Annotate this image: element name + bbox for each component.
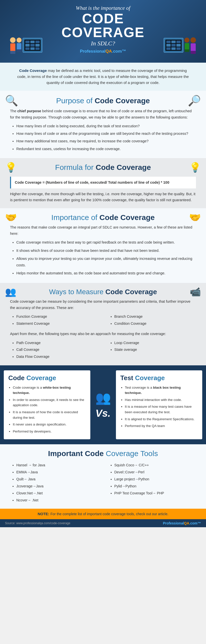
footer-section: Source: www.professionalqa.com/code-cove… bbox=[0, 519, 206, 527]
purpose-bullet-3: How many additional test cases, may be r… bbox=[16, 138, 196, 144]
cc-bullet-5: Performed by developers. bbox=[13, 429, 86, 434]
note-section: NOTE: For the complete list of important… bbox=[0, 509, 206, 519]
code-coverage-bullets: Code coverage is a white-box testing tec… bbox=[13, 385, 86, 434]
tool-3: Quilt→ Java bbox=[16, 476, 98, 483]
cc-bullet-3: It is a measure of how the code is execu… bbox=[13, 409, 86, 420]
vs-section: Code Coverage Code coverage is a white-b… bbox=[0, 365, 206, 445]
formula-title-bold: Code Coverage bbox=[96, 163, 151, 171]
call-coverage-item: Call Coverage bbox=[16, 346, 98, 353]
tools-title: Important Code Coverage Tools bbox=[10, 449, 196, 458]
importance-bullet-1: Code coverage metrics are the best way t… bbox=[16, 239, 196, 246]
ways-right-icon: 📹 bbox=[190, 287, 201, 297]
vs-label: Vs. bbox=[95, 408, 110, 419]
infographic: What is the importance of CODE COVERAGE … bbox=[0, 0, 206, 527]
state-overage-item: State overage bbox=[114, 346, 196, 353]
ways-intro: Code coverage can be measure by consider… bbox=[10, 298, 196, 311]
tool-1: Hansel → for Java bbox=[16, 462, 98, 469]
condition-coverage-item: Condition Coverage bbox=[114, 320, 196, 327]
code-coverage-column: Code Coverage Code coverage is a white-b… bbox=[4, 370, 90, 440]
tool-7: Squish Coco→ C/C++ bbox=[114, 462, 196, 469]
purpose-right-icon: 🔍 bbox=[188, 94, 201, 107]
loop-coverage-item: Loop Coverage bbox=[114, 340, 196, 347]
importance-title-bold: Code Coverage bbox=[99, 213, 155, 222]
note-label: NOTE: bbox=[38, 512, 49, 516]
importance-section: 🤝 Importance of Code Coverage 🤝 The reas… bbox=[0, 208, 206, 283]
ways-section: 👥 Ways to Measure Code Coverage 📹 Code c… bbox=[0, 283, 206, 365]
purpose-left-icon: 🔍 bbox=[5, 94, 18, 107]
branch-coverage-item: Branch Coverage bbox=[114, 313, 196, 320]
tools-section: Important Code Coverage Tools Hansel → f… bbox=[0, 444, 206, 509]
test-coverage-bullets: Test coverage is a black box testing tec… bbox=[125, 385, 198, 429]
tool-9: Large project→Python bbox=[114, 476, 196, 483]
ways-secondary-right: Loop Coverage State overage bbox=[114, 340, 196, 360]
note-text: For the complete list of important code … bbox=[50, 512, 168, 516]
importance-right-icon: 🤝 bbox=[189, 212, 201, 223]
path-coverage-item: Path Coverage bbox=[16, 340, 98, 347]
tool-2: EMMA→Java bbox=[16, 469, 98, 476]
header-subtitle1: What is the importance of bbox=[42, 5, 164, 11]
ways-left-icon: 👥 bbox=[5, 287, 16, 297]
formula-box: Code Coverage = (Numbers of line of code… bbox=[10, 177, 196, 188]
tools-right-list: Squish Coco→ C/C++ Devel::Cover→Perl Lar… bbox=[114, 462, 196, 504]
formula-left-icon: 💡 bbox=[5, 162, 17, 173]
importance-title-normal: Importance of bbox=[51, 213, 100, 222]
code-coverage-title: Code Coverage bbox=[8, 374, 86, 382]
test-coverage-column: Test Coverage Test coverage is a black b… bbox=[116, 370, 202, 440]
importance-left-icon: 🤝 bbox=[5, 212, 17, 223]
purpose-bullets: How many lines of code is being executed… bbox=[16, 123, 196, 152]
header-section: What is the importance of CODE COVERAGE … bbox=[0, 0, 206, 63]
purpose-title: Purpose of bbox=[56, 96, 95, 105]
ways-primary-right: Branch Coverage Condition Coverage bbox=[114, 313, 196, 327]
tools-left-list: Hansel → for Java EMMA→Java Quilt→ Java … bbox=[16, 462, 98, 504]
tc-bullet-1: Test coverage is a black box testing tec… bbox=[125, 385, 198, 396]
tool-6: Ncover→ .Net bbox=[16, 497, 98, 504]
left-people-illustration bbox=[10, 37, 42, 54]
tools-title-colored: Coverage Tools bbox=[106, 449, 158, 458]
purpose-bullet-1: How many lines of code is being executed… bbox=[16, 123, 196, 129]
importance-bullets: Code coverage metrics are the best way t… bbox=[16, 239, 196, 276]
ways-secondary-left: Path Coverage Call Coverage Data Flow Co… bbox=[16, 340, 98, 360]
vs-people-icon: 👥 bbox=[95, 391, 111, 405]
formula-description: Higher the coverage, the more thorough w… bbox=[10, 191, 196, 203]
formula-text: Code Coverage = (Numbers of line of code… bbox=[15, 180, 169, 184]
tool-5: Clover.Net→.Net bbox=[16, 490, 98, 497]
function-coverage-item: Function Coverage bbox=[16, 313, 98, 320]
purpose-bullet-2: How many lines of code or area of the pr… bbox=[16, 130, 196, 137]
ways-title-normal: Ways to Measure bbox=[49, 288, 106, 296]
definition-text: Code Coverage may be defined as a metric… bbox=[15, 68, 191, 86]
importance-bullet-3: Allows you to improve your testing so yo… bbox=[16, 255, 196, 268]
tool-11: PHP Test Coverage Tool→ PHP bbox=[114, 490, 196, 497]
header-logo: ProfessionalQA.com™ bbox=[42, 49, 164, 54]
tc-bullet-4: It is aligned to the Requirement Specifi… bbox=[125, 416, 198, 422]
purpose-bullet-4: Redundant test cases, useless for increa… bbox=[16, 146, 196, 152]
definition-section: Code Coverage may be defined as a metric… bbox=[0, 63, 206, 91]
purpose-section: 🔍 Purpose of Code Coverage 🔍 The chief p… bbox=[0, 91, 206, 158]
tool-8: Devel::Cover→Perl bbox=[114, 469, 196, 476]
footer-url: Source: www.professionalqa.com/code-cove… bbox=[5, 521, 70, 525]
header-subtitle2: In SDLC? bbox=[42, 40, 164, 47]
tc-bullet-5: Performed by the QA team bbox=[125, 423, 198, 429]
right-people-illustration bbox=[164, 37, 196, 54]
importance-bullet-2: It shows which lines of source code that… bbox=[16, 247, 196, 254]
purpose-title-bold: Code Coverage bbox=[95, 96, 150, 105]
tc-bullet-3: It is a measure of how many test cases h… bbox=[125, 404, 198, 415]
cc-bullet-2: In order to assess coverage, it needs to… bbox=[13, 397, 86, 408]
tool-10: Pylid→Python bbox=[114, 483, 196, 490]
ways-title-bold: Code Coverage bbox=[105, 288, 157, 296]
cc-bullet-4: It never uses a design specification. bbox=[13, 422, 86, 427]
tool-4: Jcoverage→Java bbox=[16, 483, 98, 490]
statement-coverage-item: Statement Coverage bbox=[16, 320, 98, 327]
footer-logo: ProfessionalQA.com™ bbox=[163, 521, 201, 525]
cc-bullet-1: Code coverage is a white-box testing tec… bbox=[13, 385, 86, 396]
vs-middle: 👥 Vs. bbox=[93, 370, 113, 440]
dataflow-coverage-item: Data Flow Coverage bbox=[16, 353, 98, 360]
ways-primary-left: Function Coverage Statement Coverage bbox=[16, 313, 98, 327]
formula-right-icon: 💡 bbox=[189, 162, 201, 173]
importance-intro: The reasons that make code coverage an i… bbox=[10, 224, 196, 237]
ways-secondary-text: Apart from these, the following types ma… bbox=[10, 331, 196, 337]
formula-section: 💡 Formula for Code Coverage 💡 Code Cover… bbox=[0, 158, 206, 208]
importance-bullet-4: Helps monitor the automated tests, as th… bbox=[16, 270, 196, 276]
purpose-intro: The chief purpose behind code coverage i… bbox=[10, 108, 196, 120]
test-coverage-title: Test Coverage bbox=[120, 374, 198, 382]
formula-title-normal: Formula for bbox=[55, 163, 96, 171]
